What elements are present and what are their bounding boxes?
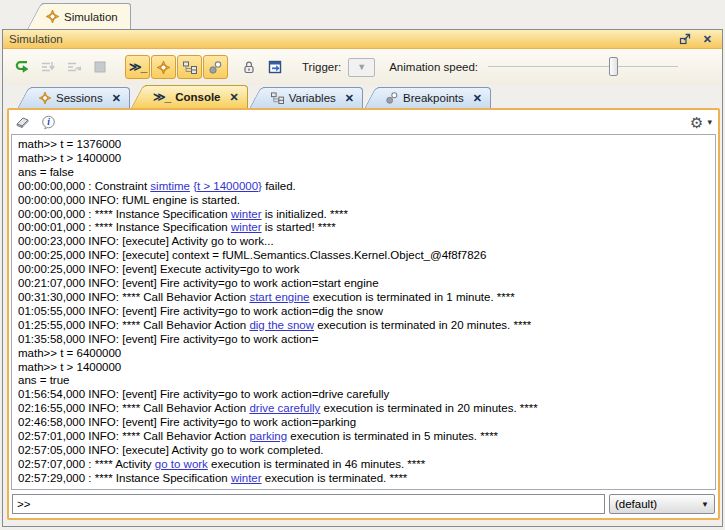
variables-icon: [183, 61, 197, 74]
tab-breakpoints[interactable]: Breakpoints ✕: [378, 87, 491, 108]
log-line: 00:00:00,000 INFO: fUML engine is starte…: [18, 194, 709, 208]
log-line: math>> t > 1400000: [18, 361, 709, 375]
step-over-button: [61, 55, 87, 79]
show-console-toggle[interactable]: ≫_: [125, 55, 150, 79]
gear-icon: ⚙: [690, 115, 703, 130]
info-button[interactable]: i: [41, 115, 56, 130]
float-window-icon[interactable]: [679, 33, 691, 45]
log-text: failed.: [262, 180, 296, 192]
log-link[interactable]: winter: [231, 221, 262, 233]
svg-text:i: i: [47, 117, 50, 127]
show-breakpoints-toggle[interactable]: [203, 55, 228, 79]
log-line: math>> t = 1376000: [18, 138, 709, 152]
resume-button[interactable]: [9, 55, 35, 79]
slider-thumb[interactable]: [609, 57, 618, 76]
titlebar-icons: ✕: [679, 33, 716, 45]
log-text: 01:56:54,000 INFO: [event] Fire activity…: [18, 388, 389, 400]
animation-icon: [157, 61, 170, 74]
close-tab-icon[interactable]: ✕: [345, 92, 354, 105]
breakpoints-icon: [209, 61, 222, 74]
log-text: execution is terminated in 46 minutes. *…: [208, 458, 425, 470]
log-line: 01:56:54,000 INFO: [event] Fire activity…: [18, 388, 709, 402]
console-log[interactable]: math>> t = 1376000math>> t > 1400000ans …: [11, 134, 716, 490]
log-text: is initialized. ****: [262, 208, 348, 220]
log-text: execution is terminated in 5 minutes. **…: [287, 430, 498, 442]
breakpoints-icon: [386, 92, 398, 104]
log-text: 00:21:07,000 INFO: [event] Fire activity…: [18, 277, 379, 289]
log-text: 00:00:00,000 : Constraint: [18, 180, 150, 192]
log-line: math>> t > 1400000: [18, 152, 709, 166]
log-text: execution is terminated in 20 minutes. *…: [320, 402, 537, 414]
log-text: 02:57:01,000 INFO: **** Call Behavior Ac…: [18, 430, 249, 442]
log-link[interactable]: go to work: [155, 458, 208, 470]
step-into-button: [35, 55, 61, 79]
close-tab-icon[interactable]: ✕: [112, 92, 121, 105]
info-icon: i: [41, 115, 56, 130]
tab-variables[interactable]: Variables ✕: [263, 87, 363, 108]
log-text: ans = true: [18, 374, 69, 386]
log-link[interactable]: start engine: [249, 291, 309, 303]
stop-button: [87, 55, 113, 79]
tab-label: Variables: [289, 92, 336, 104]
close-window-icon[interactable]: ✕: [703, 34, 712, 45]
console-panel: i ⚙ ▾ math>> t = 1376000math>> t > 14000…: [7, 108, 720, 520]
log-link[interactable]: dig the snow: [249, 319, 314, 331]
close-tab-icon[interactable]: ✕: [473, 92, 482, 105]
tab-console[interactable]: ≫_ Console ✕: [145, 85, 248, 108]
eraser-icon: [15, 115, 31, 129]
log-text: 00:00:25,000 INFO: [execute] context = f…: [18, 249, 486, 261]
variables-icon: [271, 92, 284, 104]
log-link[interactable]: parking: [249, 430, 287, 442]
log-text: 02:46:58,000 INFO: [event] Fire activity…: [18, 416, 356, 428]
log-text: 00:00:00,000 : **** Instance Specificati…: [18, 208, 231, 220]
log-line: 00:00:00,000 : **** Instance Specificati…: [18, 208, 709, 222]
trigger-select[interactable]: ▼: [348, 58, 375, 77]
log-line: ans = false: [18, 166, 709, 180]
log-link[interactable]: winter: [231, 472, 262, 484]
session-select[interactable]: (default) ▼: [609, 494, 715, 514]
log-text: 00:00:01,000 : **** Instance Specificati…: [18, 221, 231, 233]
log-link[interactable]: winter: [231, 208, 262, 220]
log-text: math>> t > 1400000: [18, 361, 121, 373]
log-text: 02:57:07,000 : **** Activity: [18, 458, 155, 470]
document-tab-label: Simulation: [64, 11, 118, 23]
log-text: math>> t = 6400000: [18, 347, 121, 359]
log-line: 01:25:55,000 INFO: **** Call Behavior Ac…: [18, 319, 709, 333]
trigger-label: Trigger:: [302, 61, 341, 73]
log-text: is started! ****: [262, 221, 336, 233]
log-text: 00:00:25,000 INFO: [event] Execute activ…: [18, 263, 300, 275]
chevron-down-icon: ▼: [701, 500, 709, 509]
lock-button[interactable]: [236, 55, 262, 79]
toggle-animation-toggle[interactable]: [151, 55, 176, 79]
close-tab-icon[interactable]: ✕: [230, 91, 239, 104]
log-line: 02:57:05,000 INFO: [execute] Activity go…: [18, 444, 709, 458]
log-text: execution is terminated in 1 minute. ***…: [310, 291, 515, 303]
session-select-value: (default): [615, 498, 697, 510]
log-text: math>> t > 1400000: [18, 152, 121, 164]
log-text: 00:31:30,000 INFO: **** Call Behavior Ac…: [18, 291, 249, 303]
log-line: 02:16:55,000 INFO: **** Call Behavior Ac…: [18, 402, 709, 416]
log-link[interactable]: simtime: [150, 180, 190, 192]
console-toolbar: i ⚙ ▾: [9, 110, 718, 134]
console-input[interactable]: [12, 494, 605, 514]
log-text: 01:05:55,000 INFO: [event] Fire activity…: [18, 305, 383, 317]
console-options-menu[interactable]: ⚙ ▾: [690, 115, 712, 130]
log-text: 02:57:05,000 INFO: [execute] Activity go…: [18, 444, 324, 456]
log-link[interactable]: {t > 1400000}: [193, 180, 262, 192]
open-in-new-window-button[interactable]: [262, 55, 288, 79]
log-link[interactable]: drive carefully: [249, 402, 320, 414]
log-text: 02:16:55,000 INFO: **** Call Behavior Ac…: [18, 402, 249, 414]
log-text: math>> t = 1376000: [18, 138, 121, 150]
tab-label: Breakpoints: [403, 92, 464, 104]
log-text: 00:00:23,000 INFO: [execute] Activity go…: [18, 235, 274, 247]
document-tab-simulation[interactable]: Simulation: [42, 3, 131, 29]
simulation-toolbar: ≫_: [3, 49, 722, 85]
log-line: 00:00:00,000 : Constraint simtime {t > 1…: [18, 180, 709, 194]
clear-console-button[interactable]: [15, 115, 31, 129]
animation-speed-slider[interactable]: [488, 56, 678, 78]
show-variables-toggle[interactable]: [177, 55, 202, 79]
chevron-down-icon: ▾: [707, 117, 712, 127]
tab-sessions[interactable]: Sessions ✕: [31, 87, 130, 108]
tab-label: Console: [175, 91, 220, 103]
window-titlebar: Simulation ✕: [3, 30, 722, 49]
